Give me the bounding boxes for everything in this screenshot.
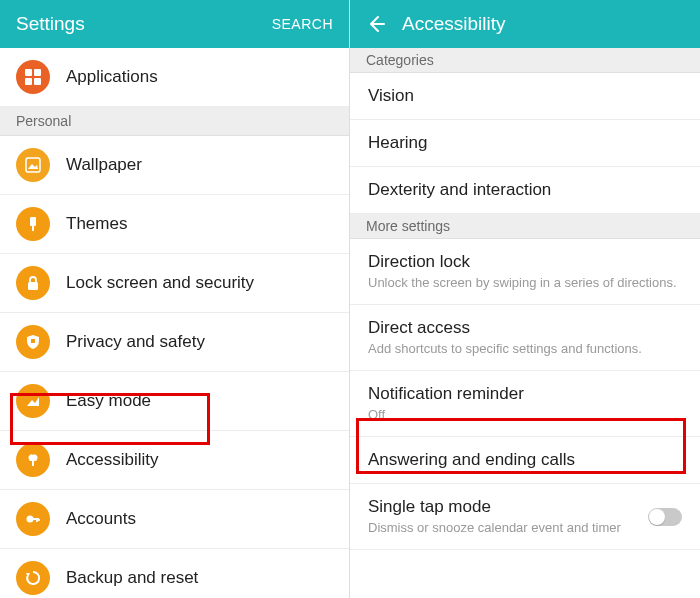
more-sub: Dismiss or snooze calendar event and tim… [368,520,638,537]
settings-item-applications[interactable]: Applications [0,48,349,107]
search-button[interactable]: SEARCH [272,16,333,32]
settings-item-label: Accounts [66,509,136,529]
settings-item-easymode[interactable]: Easy mode [0,372,349,431]
settings-item-label: Wallpaper [66,155,142,175]
back-button[interactable] [366,14,386,34]
category-dexterity[interactable]: Dexterity and interaction [350,167,700,214]
settings-item-label: Backup and reset [66,568,198,588]
lock-icon [16,266,50,300]
accessibility-title: Accessibility [402,13,684,35]
section-categories: Categories [350,48,700,73]
accessibility-icon [16,443,50,477]
category-label: Vision [368,85,682,107]
more-label: Single tap mode [368,496,638,518]
settings-item-label: Lock screen and security [66,273,254,293]
accounts-icon [16,502,50,536]
svg-rect-8 [28,282,38,290]
svg-rect-10 [32,461,34,466]
settings-pane: Settings SEARCH Applications Personal Wa… [0,0,350,598]
more-label: Direct access [368,317,682,339]
settings-item-themes[interactable]: Themes [0,195,349,254]
svg-rect-6 [30,217,36,226]
svg-rect-2 [25,78,32,85]
more-answering-calls[interactable]: Answering and ending calls [350,437,700,484]
section-more: More settings [350,214,700,239]
settings-item-label: Themes [66,214,127,234]
more-direct-access[interactable]: Direct access Add shortcuts to specific … [350,305,700,371]
settings-header: Settings SEARCH [0,0,349,48]
category-label: Dexterity and interaction [368,179,682,201]
category-vision[interactable]: Vision [350,73,700,120]
section-personal: Personal [0,107,349,136]
accessibility-header: Accessibility [350,0,700,48]
svg-rect-0 [25,69,32,76]
more-single-tap[interactable]: Single tap mode Dismiss or snooze calend… [350,484,700,550]
settings-item-privacy[interactable]: Privacy and safety [0,313,349,372]
apps-icon [16,60,50,94]
settings-title: Settings [16,13,272,35]
settings-item-label: Applications [66,67,158,87]
more-sub: Add shortcuts to specific settings and f… [368,341,682,358]
single-tap-toggle[interactable] [648,508,682,526]
svg-rect-1 [34,69,41,76]
svg-marker-5 [28,164,38,169]
settings-item-accounts[interactable]: Accounts [0,490,349,549]
privacy-icon [16,325,50,359]
more-sub: Unlock the screen by swiping in a series… [368,275,682,292]
easy-icon [16,384,50,418]
more-label: Direction lock [368,251,682,273]
more-label: Notification reminder [368,383,682,405]
backup-icon [16,561,50,595]
more-label: Answering and ending calls [368,449,682,471]
svg-point-11 [27,516,34,523]
more-direction-lock[interactable]: Direction lock Unlock the screen by swip… [350,239,700,305]
settings-item-accessibility[interactable]: Accessibility [0,431,349,490]
settings-item-label: Accessibility [66,450,159,470]
category-label: Hearing [368,132,682,154]
settings-item-lockscreen[interactable]: Lock screen and security [0,254,349,313]
svg-rect-3 [34,78,41,85]
themes-icon [16,207,50,241]
more-notification-reminder[interactable]: Notification reminder Off [350,371,700,437]
settings-item-wallpaper[interactable]: Wallpaper [0,136,349,195]
wallpaper-icon [16,148,50,182]
settings-item-label: Easy mode [66,391,151,411]
more-sub: Off [368,407,682,424]
accessibility-pane: Accessibility Categories Vision Hearing … [350,0,700,598]
settings-item-label: Privacy and safety [66,332,205,352]
settings-item-backup[interactable]: Backup and reset [0,549,349,598]
category-hearing[interactable]: Hearing [350,120,700,167]
svg-rect-9 [31,339,35,343]
svg-rect-7 [32,226,34,231]
